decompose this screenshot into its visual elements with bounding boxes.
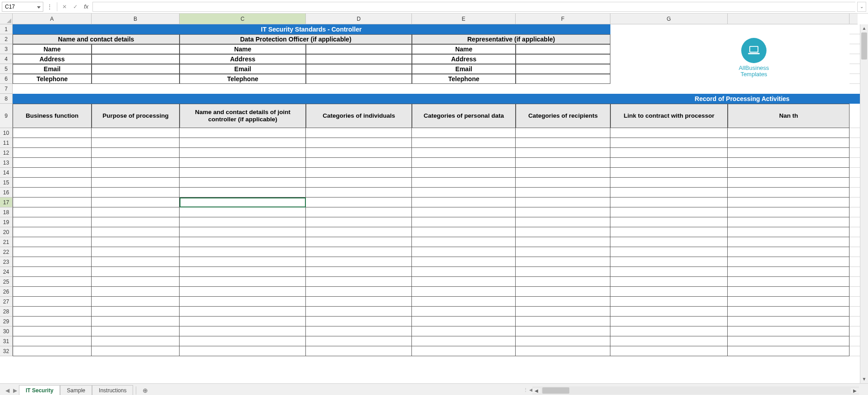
cell[interactable] (13, 217, 92, 227)
row-header[interactable]: 3 (0, 44, 12, 54)
sheet-tab[interactable]: IT Security (19, 385, 60, 395)
cell[interactable] (13, 247, 92, 257)
cell[interactable] (728, 138, 850, 148)
cell[interactable] (728, 247, 850, 257)
cell[interactable] (850, 307, 860, 317)
cell[interactable] (412, 158, 516, 168)
cell[interactable] (306, 247, 412, 257)
cell[interactable] (610, 227, 728, 237)
cell[interactable] (516, 138, 610, 148)
row-header[interactable]: 28 (0, 307, 12, 317)
row-header[interactable]: 30 (0, 326, 12, 336)
row-header[interactable]: 14 (0, 168, 12, 178)
col-header[interactable]: A (13, 14, 92, 24)
confirm-icon[interactable]: ✓ (71, 2, 80, 11)
cell[interactable] (516, 158, 610, 168)
cell[interactable] (412, 138, 516, 148)
cell[interactable]: Data Protection Officer (if applicable) (180, 34, 412, 44)
cell[interactable] (850, 207, 860, 217)
cell[interactable] (180, 148, 306, 158)
cell[interactable] (306, 257, 412, 267)
cell[interactable] (850, 74, 860, 84)
cell[interactable] (412, 148, 516, 158)
cell[interactable] (516, 346, 610, 356)
row-header[interactable]: 18 (0, 207, 12, 217)
cell[interactable]: Email (412, 64, 516, 74)
row-header[interactable]: 10 (0, 128, 12, 138)
name-box-dropdown-icon[interactable]: ⋮ (45, 3, 54, 10)
cell[interactable] (850, 168, 860, 178)
hscroll-split-icon[interactable]: ⋮ ◀ (523, 387, 533, 392)
row-header[interactable]: 25 (0, 277, 12, 287)
cell[interactable] (306, 178, 412, 188)
cell[interactable]: IT Security Standards - Controller (13, 24, 610, 34)
row-header[interactable]: 24 (0, 267, 12, 277)
cell[interactable] (92, 336, 180, 346)
cell[interactable]: Address (412, 54, 516, 64)
cell[interactable] (412, 287, 516, 297)
cell[interactable] (13, 188, 92, 198)
cell[interactable] (850, 178, 860, 188)
cell[interactable] (516, 148, 610, 158)
row-header[interactable]: 11 (0, 138, 12, 148)
scroll-down-icon[interactable]: ▼ (860, 375, 868, 383)
cell[interactable]: Business function (13, 104, 92, 128)
cell[interactable]: Telephone (180, 74, 306, 84)
cell[interactable] (13, 227, 92, 237)
cell[interactable] (728, 257, 850, 267)
cell[interactable] (92, 207, 180, 217)
cell[interactable]: Address (180, 54, 306, 64)
cell[interactable] (92, 297, 180, 307)
cell[interactable] (516, 307, 610, 317)
cell[interactable] (516, 44, 610, 54)
cell[interactable] (850, 257, 860, 267)
cell[interactable] (92, 247, 180, 257)
cell[interactable] (728, 326, 850, 336)
cell[interactable] (306, 267, 412, 277)
cell[interactable] (13, 84, 92, 94)
cell[interactable] (412, 267, 516, 277)
cell[interactable] (516, 168, 610, 178)
cell[interactable] (92, 198, 180, 207)
cell[interactable] (412, 247, 516, 257)
cell[interactable] (92, 277, 180, 287)
cell[interactable] (728, 168, 850, 178)
cell[interactable] (516, 326, 610, 336)
cell[interactable] (728, 267, 850, 277)
row-header[interactable]: 8 (0, 94, 12, 104)
cell[interactable] (180, 188, 306, 198)
formula-input[interactable] (92, 2, 855, 12)
cell[interactable] (728, 227, 850, 237)
row-header[interactable]: 4 (0, 54, 12, 64)
cell[interactable] (850, 227, 860, 237)
cell[interactable] (92, 188, 180, 198)
vertical-scrollbar[interactable]: ▲ ▼ (860, 24, 868, 383)
cell[interactable] (516, 336, 610, 346)
cell[interactable] (728, 128, 850, 138)
hscroll-right-icon[interactable]: ▶ (851, 388, 859, 393)
scroll-thumb[interactable] (861, 32, 867, 60)
cell[interactable] (180, 84, 306, 94)
col-header[interactable]: G (610, 14, 728, 24)
cell[interactable] (850, 128, 860, 138)
row-header[interactable]: 12 (0, 148, 12, 158)
cell[interactable]: Name (13, 44, 92, 54)
formula-expand-icon[interactable]: ⌄ (857, 2, 866, 12)
cell[interactable] (850, 247, 860, 257)
cell[interactable] (13, 257, 92, 267)
cell[interactable] (306, 74, 412, 84)
cell[interactable] (13, 297, 92, 307)
cell[interactable] (516, 198, 610, 207)
cell[interactable] (610, 178, 728, 188)
cell[interactable] (306, 317, 412, 326)
cell[interactable] (850, 237, 860, 247)
hscroll-left-icon[interactable]: ◀ (532, 388, 540, 393)
cell[interactable] (610, 267, 728, 277)
row-header[interactable]: 23 (0, 257, 12, 267)
row-header[interactable]: 9 (0, 104, 12, 128)
cell[interactable] (850, 84, 860, 94)
cell[interactable] (412, 188, 516, 198)
row-header[interactable]: 13 (0, 158, 12, 168)
cell[interactable] (516, 317, 610, 326)
cell[interactable] (306, 336, 412, 346)
